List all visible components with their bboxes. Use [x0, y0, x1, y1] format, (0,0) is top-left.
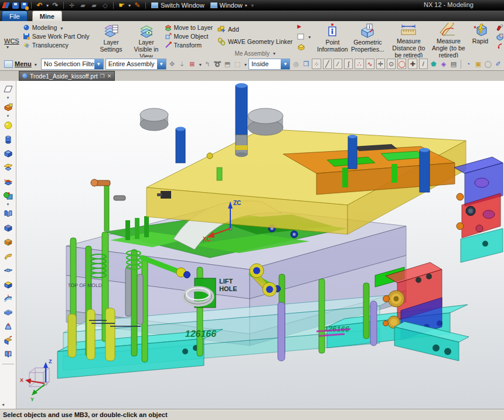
deselect-all-button[interactable]: ⇣ [178, 59, 186, 69]
sphere-button[interactable] [1, 118, 15, 132]
add-component-button[interactable]: Add [217, 25, 292, 33]
block-button[interactable] [1, 146, 15, 161]
tab-file[interactable]: File [2, 11, 28, 21]
move-to-layer-button[interactable]: Move to Layer [165, 24, 213, 31]
translucency-button[interactable]: Translucency [23, 42, 90, 49]
wcs-button[interactable]: WCS ▾ [2, 22, 22, 50]
toolbar-overflow-arrow-icon[interactable]: ◂ [0, 402, 4, 407]
snap-pole-button[interactable]: ∴ [355, 59, 363, 69]
touch-mode-button[interactable] [117, 1, 126, 9]
select-all-button[interactable]: ✥ [168, 59, 176, 69]
leader-pin[interactable] [87, 309, 95, 360]
loop-select-button[interactable]: ◯ [484, 59, 492, 69]
offset-surface-button[interactable] [1, 291, 15, 305]
mirror-feature-button[interactable] [1, 207, 15, 221]
tab-mine[interactable]: Mine [32, 11, 62, 21]
curve-rule-combo[interactable]: Inside ▼ [248, 59, 290, 70]
snap-arc-center-button[interactable]: ⊙ [387, 59, 396, 69]
unite-button[interactable] [1, 189, 15, 203]
save-as-button[interactable] [21, 2, 28, 9]
pattern-feature-button[interactable] [1, 221, 15, 235]
customize-qat-arrow-icon[interactable]: ▿ [251, 3, 254, 8]
locating-ring[interactable] [140, 108, 283, 135]
a-side-top-plate[interactable] [147, 129, 466, 234]
leader-pin[interactable] [68, 314, 76, 357]
move-object-button[interactable]: Move Object [165, 33, 213, 40]
find-component-button[interactable]: ◔ [464, 59, 472, 69]
selection-filter-combo[interactable]: No Selection Filter ▼ [41, 59, 104, 70]
solid-body-button[interactable] [297, 43, 311, 50]
extrude-button[interactable] [1, 100, 15, 114]
side-cooling-block[interactable] [375, 262, 469, 361]
thicken-button[interactable] [1, 305, 15, 319]
selection-scope-combo[interactable]: Entire Assembly ▼ [105, 59, 166, 70]
cut-button[interactable] [67, 1, 76, 9]
draft-button[interactable] [1, 319, 15, 333]
selection-scope-dropdown-icon[interactable]: ▼ [157, 59, 166, 69]
sketch-tool-button[interactable] [101, 1, 110, 9]
snap-mid-point-button[interactable]: ∕ [333, 59, 342, 69]
snap-intersection-button[interactable]: ✛ [376, 59, 385, 69]
measure-angle-button[interactable]: Measure Angle (to be retired) [429, 22, 468, 58]
sew-button[interactable] [1, 263, 15, 277]
paste-button[interactable] [90, 1, 98, 9]
snap-two-points-button[interactable]: ⁘ [312, 59, 321, 69]
leader-pin[interactable] [105, 308, 115, 361]
rectangle-select-button[interactable]: ⬚ [233, 59, 241, 69]
snap-stack-button[interactable]: ▤ [449, 59, 458, 69]
hot-runner-manifold[interactable] [454, 157, 503, 262]
snap-end-point-button[interactable]: ╱ [323, 59, 332, 69]
highlight-hidden-edges-button[interactable]: ◎ [292, 59, 300, 69]
snap-point-cube-button[interactable]: ❒ [302, 59, 310, 69]
graphics-window[interactable]: LIFT HOLE [16, 81, 504, 409]
coordinate-note-button[interactable]: Coordinate Note [496, 43, 504, 50]
wrap-geometry-button[interactable] [1, 347, 15, 361]
measure-distance-button[interactable]: Measure Distance (to be retired) [389, 22, 428, 58]
transform-button[interactable]: Transform [165, 42, 213, 49]
measure-body-button[interactable]: Measure Body (to be [496, 33, 504, 40]
sketch-button[interactable] [1, 82, 15, 96]
snap-point-on-curve-button[interactable]: ∿ [366, 59, 374, 69]
snap-quadrant-button[interactable]: ◯ [397, 59, 406, 69]
snap-point-on-face-button[interactable]: / [419, 59, 428, 69]
solid-body-filter-button[interactable]: ⬒ [223, 59, 231, 69]
note-button[interactable]: Note [496, 24, 504, 31]
highlight-selection-button[interactable]: ⊞ [188, 59, 196, 69]
open-component-button[interactable]: ▣ [474, 59, 482, 69]
save-button[interactable] [12, 2, 19, 9]
move-face-button[interactable] [1, 333, 15, 347]
general-selection-filter-button[interactable]: ➰ [213, 59, 222, 69]
viewport-canvas[interactable]: LIFT HOLE [16, 81, 504, 409]
datum-plane-button[interactable] [1, 161, 15, 175]
window-menu-button[interactable]: Window ▾ [209, 1, 249, 10]
undo-button[interactable] [35, 1, 44, 9]
play-gallery-button[interactable]: ▶ [297, 23, 311, 29]
snap-bounded-plane-button[interactable]: ⬟ [430, 59, 438, 69]
snap-control-point-button[interactable]: ʃ [344, 59, 353, 69]
snap-existing-point-button[interactable]: ✚ [408, 59, 417, 69]
sheet-body-button[interactable] [1, 249, 15, 263]
switch-window-button[interactable]: Switch Window [149, 1, 206, 10]
point-information-button[interactable]: Point Information [315, 22, 349, 54]
save-work-part-only-button[interactable]: Save Work Part Only [23, 33, 90, 40]
restore-window-icon[interactable] [100, 73, 105, 79]
close-part-icon[interactable] [107, 73, 112, 79]
copy-button[interactable] [79, 1, 87, 9]
blank-swatch-button[interactable] [297, 33, 311, 40]
part-tab[interactable]: Trode1_Aside_kissoff.prt [19, 71, 115, 81]
layer-visible-in-view-button[interactable]: Layer Visible in View [130, 22, 164, 58]
selection-filter-dropdown-icon[interactable]: ▼ [94, 59, 103, 69]
highlight-dropdown-arrow-icon[interactable] [198, 60, 202, 67]
touch-dropdown-arrow-icon[interactable]: ▾ [128, 3, 131, 8]
patch-button[interactable] [1, 277, 15, 291]
wcs-dropdown-arrow-icon[interactable]: ▾ [6, 45, 9, 50]
rapid-measure-button[interactable]: Rapid [469, 22, 491, 46]
modeling-menu-button[interactable]: Modeling [23, 24, 90, 31]
snap-datum-button[interactable]: ◈ [440, 59, 448, 69]
style-brush-button[interactable] [133, 1, 142, 9]
menu-button[interactable]: Menu [2, 60, 39, 69]
split-body-button[interactable] [1, 235, 15, 249]
cylinder-button[interactable] [1, 132, 15, 146]
curve-rule-dropdown-icon[interactable]: ▼ [281, 59, 290, 69]
trim-body-button[interactable] [1, 175, 15, 189]
